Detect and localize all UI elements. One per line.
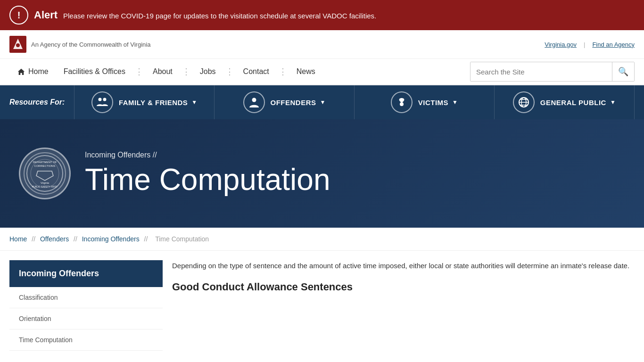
breadcrumb: Home // Offenders // Incoming Offenders … (0, 228, 644, 251)
svg-text:Virginia: Virginia (41, 181, 50, 184)
victims-chevron: ▼ (452, 99, 458, 106)
body-text: Depending on the type of sentence and th… (172, 260, 635, 272)
nav-facilities[interactable]: Facilities & Offices (56, 59, 133, 84)
home-icon (17, 68, 25, 75)
offenders-icon (243, 91, 265, 113)
search-icon: 🔍 (618, 67, 628, 76)
victims-icon (391, 91, 413, 113)
svg-text:CORRECTIONS: CORRECTIONS (34, 165, 55, 167)
svg-point-6 (400, 102, 404, 106)
alert-icon: ! (9, 6, 28, 25)
main-content: Depending on the type of sentence and th… (172, 260, 635, 351)
sidebar: Incoming Offenders Classification Orient… (9, 260, 163, 351)
alert-title: Alert (34, 9, 58, 21)
content-area: Incoming Offenders Classification Orient… (0, 251, 644, 360)
svg-point-2 (16, 43, 20, 47)
breadcrumb-sep-3: // (144, 235, 150, 243)
svg-point-3 (98, 98, 101, 101)
nav-dots-4: ⋮ (277, 66, 289, 77)
agency-text: An Agency of the Commonwealth of Virgini… (31, 41, 150, 48)
resource-family[interactable]: FAMILY & FRIENDS ▼ (74, 85, 215, 119)
seal-inner: DEPARTMENT OF CORRECTIONS Virginia PUBLI… (24, 152, 66, 195)
svg-point-4 (103, 98, 106, 101)
top-bar: An Agency of the Commonwealth of Virgini… (0, 30, 644, 59)
divider: | (584, 41, 585, 48)
sidebar-item-2[interactable]: Orientation (9, 308, 163, 329)
breadcrumb-sep-1: // (32, 235, 37, 243)
hero-text: Incoming Offenders // Time Computation (85, 151, 330, 196)
nav-contact[interactable]: Contact (236, 59, 277, 84)
breadcrumb-incoming[interactable]: Incoming Offenders (82, 235, 140, 243)
sidebar-item-1[interactable]: Classification (9, 287, 163, 308)
breadcrumb-offenders[interactable]: Offenders (40, 235, 69, 243)
covid-link[interactable]: COVID-19 page (121, 12, 172, 20)
svg-text:DEPARTMENT OF: DEPARTMENT OF (33, 161, 57, 164)
hero-content: DEPARTMENT OF CORRECTIONS Virginia PUBLI… (19, 148, 330, 199)
resource-offenders[interactable]: OFFENDERS ▼ (215, 85, 355, 119)
nav-dots-3: ⋮ (223, 66, 236, 77)
resource-general-public[interactable]: GENERAL PUBLIC ▼ (495, 85, 635, 119)
general-public-chevron: ▼ (610, 99, 616, 106)
breadcrumb-home[interactable]: Home (9, 235, 27, 243)
sidebar-header[interactable]: Incoming Offenders (9, 260, 163, 287)
breadcrumb-current: Time Computation (155, 235, 209, 243)
section-title: Good Conduct Allowance Sentences (172, 281, 635, 293)
family-text: FAMILY & FRIENDS ▼ (119, 99, 198, 107)
search-box: 🔍 (470, 62, 635, 82)
svg-text:PUBLIC SAFETY FIRST: PUBLIC SAFETY FIRST (32, 185, 58, 188)
nav-news[interactable]: News (289, 59, 323, 84)
family-icon (91, 91, 113, 113)
victims-text: VICTIMS ▼ (418, 99, 458, 107)
alert-content: Alert Please review the COVID-19 page fo… (34, 9, 376, 21)
find-agency-link[interactable]: Find an Agency (592, 41, 635, 48)
resources-bar: Resources For: FAMILY & FRIENDS ▼ OFFEND… (0, 85, 644, 119)
page-title: Time Computation (85, 163, 330, 196)
agency-info: An Agency of the Commonwealth of Virgini… (9, 36, 150, 53)
resource-victims[interactable]: VICTIMS ▼ (355, 85, 495, 119)
hero-section: DEPARTMENT OF CORRECTIONS Virginia PUBLI… (0, 119, 644, 228)
nav-dots-2: ⋮ (180, 66, 192, 77)
nav-jobs[interactable]: Jobs (192, 59, 223, 84)
offenders-chevron: ▼ (320, 99, 326, 106)
search-input[interactable] (471, 62, 612, 81)
alert-bar: ! Alert Please review the COVID-19 page … (0, 0, 644, 30)
family-chevron: ▼ (191, 99, 197, 106)
vadoc-seal: DEPARTMENT OF CORRECTIONS Virginia PUBLI… (19, 148, 71, 199)
alert-text: Please review the COVID-19 page for upda… (63, 12, 376, 20)
main-nav: Home Facilities & Offices ⋮ About ⋮ Jobs… (0, 59, 644, 85)
nav-dots-1: ⋮ (133, 66, 145, 77)
general-public-icon (513, 91, 535, 113)
hero-breadcrumb: Incoming Offenders // (85, 151, 330, 159)
breadcrumb-sep-2: // (74, 235, 79, 243)
general-public-text: GENERAL PUBLIC ▼ (540, 99, 616, 107)
sidebar-item-3[interactable]: Time Computation (9, 329, 163, 351)
resources-label: Resources For: (9, 98, 65, 107)
nav-about[interactable]: About (145, 59, 180, 84)
virginia-gov-link[interactable]: Virginia.gov (545, 41, 577, 48)
svg-point-5 (252, 98, 256, 102)
vadoc-logo (9, 36, 26, 53)
nav-home[interactable]: Home (9, 59, 56, 84)
search-button[interactable]: 🔍 (612, 62, 634, 81)
top-links: Virginia.gov | Find an Agency (545, 41, 635, 48)
offenders-text: OFFENDERS ▼ (271, 99, 326, 107)
